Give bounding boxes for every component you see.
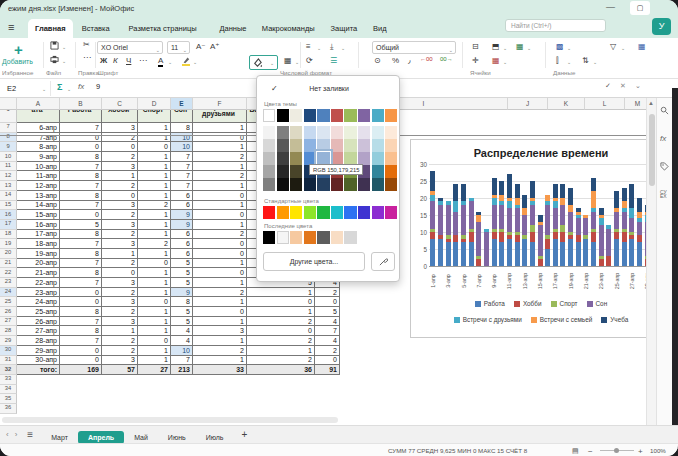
cell[interactable]: 8 [60,152,102,162]
cell[interactable]: 1 [247,346,315,356]
cell[interactable]: 1 [193,123,247,133]
cell[interactable]: 3 [102,297,138,307]
cancel-entry-icon[interactable]: ✕ [620,82,626,90]
save-icon[interactable] [50,41,59,50]
cell[interactable]: 3 [102,356,138,366]
cell[interactable]: 7 [60,278,102,288]
cell[interactable]: 3 [102,162,138,172]
cell[interactable]: 25-апр [17,307,60,317]
tint-color-swatch[interactable] [317,126,329,139]
tag-icon[interactable] [660,162,669,171]
tint-color-swatch[interactable] [277,139,289,152]
cell[interactable]: 2 [193,152,247,162]
theme-color-swatch[interactable] [317,109,329,122]
cell[interactable]: 6 [171,249,193,259]
recent-color-swatch[interactable] [290,231,302,244]
standard-color-swatch[interactable] [317,206,329,219]
horizontal-scrollbar[interactable] [2,417,338,423]
theme-color-swatch[interactable] [277,109,289,122]
group-rows-icon[interactable]: ⫿ [556,56,559,66]
tint-color-swatch[interactable] [277,165,289,178]
percent-icon[interactable]: % [392,56,399,65]
highlight-color-icon[interactable] [182,56,190,66]
bold-icon[interactable]: Ж [100,56,107,65]
cell[interactable]: 0 [138,142,171,152]
cell[interactable]: 1 [193,317,247,327]
cell[interactable]: 2 [315,288,340,298]
cell[interactable]: 0 [247,326,315,336]
tint-color-swatch[interactable] [344,126,356,139]
cell[interactable]: 1 [138,220,171,230]
cell[interactable]: 2 [102,259,138,269]
sum-icon[interactable]: Σ [57,82,62,92]
row-header-16[interactable]: 16 [0,210,17,220]
cell[interactable]: 1 [193,220,247,230]
cell[interactable]: 1 [138,152,171,162]
tint-color-swatch[interactable] [331,139,343,152]
vertical-align-icon[interactable]: ⤓ [330,42,334,52]
cell[interactable]: 2 [247,336,315,346]
row-header-23[interactable]: 23 [0,278,17,288]
cell[interactable]: 1 [138,317,171,327]
cell[interactable]: 11-апр [17,171,60,181]
cell[interactable]: 9-апр [17,152,60,162]
tint-color-swatch[interactable] [372,178,384,191]
cell[interactable]: 4 [315,336,340,346]
cell[interactable]: 5 [171,278,193,288]
tint-color-swatch[interactable] [358,126,370,139]
cell[interactable]: 1 [193,356,247,366]
tint-color-swatch[interactable] [277,152,289,165]
cell[interactable]: 1 [138,268,171,278]
comma-icon[interactable]: ٫ [408,56,411,65]
cell[interactable]: 3 [102,278,138,288]
decrease-decimal-icon[interactable]: ←00 [420,56,433,62]
cell[interactable]: 1 [193,162,247,172]
cell[interactable]: 2 [102,346,138,356]
column-header-A[interactable]: A [17,98,60,110]
row-header-34[interactable]: 34 [0,385,17,395]
standard-color-swatch[interactable] [331,206,343,219]
cell[interactable]: 7 [60,336,102,346]
cell[interactable]: 3 [102,201,138,211]
cell[interactable]: того: [17,365,60,375]
insert-row-icon[interactable]: ▦ [516,42,524,51]
column-header-E[interactable]: E [171,98,193,110]
tint-color-swatch[interactable] [263,178,275,191]
tint-color-swatch[interactable] [317,178,329,191]
cell-reference-box[interactable]: E2 [4,82,42,95]
font-color-icon[interactable]: А [158,56,163,67]
recent-color-swatch[interactable] [263,231,275,244]
tint-color-swatch[interactable] [277,126,289,139]
search-icon[interactable] [660,106,669,115]
cell[interactable]: 1 [193,201,247,211]
cell[interactable]: 1 [247,307,315,317]
cell[interactable]: 2 [193,171,247,181]
cell[interactable]: 1 [102,326,138,336]
sheet-tab-Апрель[interactable]: Апрель [78,431,124,444]
row-header-17[interactable]: 17 [0,220,17,230]
cell[interactable]: 15-апр [17,210,60,220]
more-edit-icon[interactable]: ⋯ [83,53,91,62]
recent-color-swatch[interactable] [317,231,329,244]
fill-color-button[interactable]: ⌄ [249,55,278,70]
cell[interactable]: 5 [171,307,193,317]
column-header-B[interactable]: B [60,98,102,110]
cell[interactable]: 0 [60,142,102,152]
cell[interactable]: 5 [171,317,193,327]
cell[interactable]: 0 [193,191,247,201]
cell[interactable]: 17-апр [17,230,60,240]
row-header-25[interactable]: 25 [0,297,17,307]
minimize-button[interactable]: — [606,2,615,12]
cell[interactable]: 7 [315,326,340,336]
theme-color-swatch[interactable] [263,109,275,122]
cell[interactable]: 1 [138,181,171,191]
tint-color-swatch[interactable] [277,178,289,191]
confirm-entry-icon[interactable]: ✓ [605,82,611,90]
cell[interactable]: 22-апр [17,278,60,288]
row-header-20[interactable]: 20 [0,249,17,259]
tint-color-swatch[interactable] [358,139,370,152]
no-fill-option[interactable]: ✓ Нет заливки [261,80,397,97]
cell[interactable]: 0 [102,268,138,278]
cell[interactable]: 2 [102,181,138,191]
row-header-36[interactable]: 36 [0,404,17,414]
